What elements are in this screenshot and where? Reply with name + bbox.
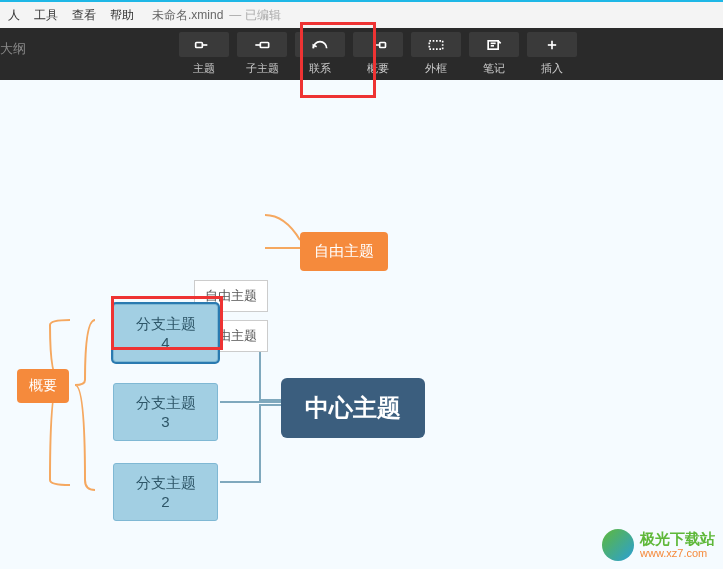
free-topic-main[interactable]: 自由主题 — [300, 232, 388, 271]
subtopic-button[interactable]: 子主题 — [237, 32, 287, 76]
svg-rect-4 — [380, 42, 386, 47]
subtopic-icon — [237, 32, 287, 57]
topic-icon — [179, 32, 229, 57]
connectors — [0, 80, 723, 569]
subtopic-label: 子主题 — [246, 61, 279, 76]
watermark-url: www.xz7.com — [640, 547, 715, 559]
central-topic[interactable]: 中心主题 — [281, 378, 425, 438]
insert-label: 插入 — [541, 61, 563, 76]
menu-view[interactable]: 查看 — [72, 7, 96, 24]
note-label: 笔记 — [483, 61, 505, 76]
note-button[interactable]: 笔记 — [469, 32, 519, 76]
branch-topic-3[interactable]: 分支主题 3 — [113, 383, 218, 441]
mindmap-canvas[interactable]: 自由主题 自由主题 自由主题 概要 分支主题 4 分支主题 3 分支主题 2 中… — [0, 80, 723, 569]
svg-rect-3 — [260, 42, 268, 47]
boundary-label: 外框 — [425, 61, 447, 76]
toolbar: 大纲 主题 子主题 联系 概要 外框 笔记 插入 — [0, 28, 723, 80]
svg-rect-5 — [429, 40, 442, 48]
menu-ren[interactable]: 人 — [8, 7, 20, 24]
summary-node[interactable]: 概要 — [17, 369, 69, 403]
relation-icon — [295, 32, 345, 57]
summary-button[interactable]: 概要 — [353, 32, 403, 76]
menu-help[interactable]: 帮助 — [110, 7, 134, 24]
watermark-name: 极光下载站 — [640, 531, 715, 548]
summary-icon — [353, 32, 403, 57]
relation-label: 联系 — [309, 61, 331, 76]
filename: 未命名.xmind — [152, 7, 223, 24]
relation-button[interactable]: 联系 — [295, 32, 345, 76]
titlebar: 人 工具 查看 帮助 未命名.xmind — 已编辑 — [0, 0, 723, 28]
watermark: 极光下载站 www.xz7.com — [602, 529, 715, 561]
svg-rect-0 — [196, 42, 203, 47]
topic-label: 主题 — [193, 61, 215, 76]
boundary-button[interactable]: 外框 — [411, 32, 461, 76]
menu-tools[interactable]: 工具 — [34, 7, 58, 24]
note-icon — [469, 32, 519, 57]
plus-icon — [527, 32, 577, 57]
outline-tab[interactable]: 大纲 — [0, 40, 26, 58]
topic-button[interactable]: 主题 — [179, 32, 229, 76]
boundary-icon — [411, 32, 461, 57]
summary-label: 概要 — [367, 61, 389, 76]
edited-indicator: — 已编辑 — [229, 7, 280, 24]
branch-topic-2[interactable]: 分支主题 2 — [113, 463, 218, 521]
insert-button[interactable]: 插入 — [527, 32, 577, 76]
branch-topic-4[interactable]: 分支主题 4 — [113, 304, 218, 362]
watermark-logo-icon — [602, 529, 634, 561]
